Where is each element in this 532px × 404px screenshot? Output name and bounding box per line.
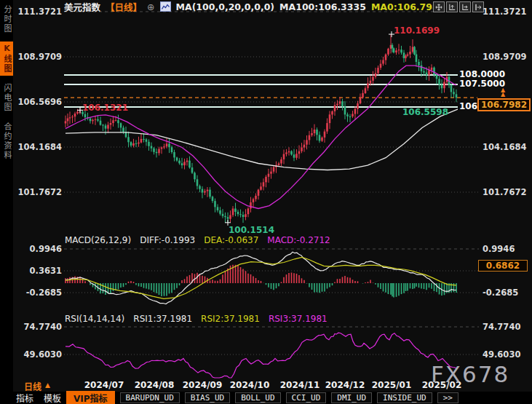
y-axis-label-left: 104.1684 xyxy=(15,142,62,152)
x-axis-label: 2025/01 xyxy=(372,380,411,390)
sidebar-item-view[interactable]: 合约资料 xyxy=(0,120,13,162)
ma-settings-label: MA(100,0,20,0,0,0) xyxy=(176,1,275,12)
x-axis-label: 2024/08 xyxy=(135,380,174,390)
current-price-value: 106.7982 xyxy=(481,100,527,110)
macd-badge-value: 0.6862 xyxy=(486,261,520,271)
more-indicators-button[interactable]: >> xyxy=(437,392,458,403)
bottom-toolbar: 指标模板 VIP指标 BARUPDN_UDBIAS_UDBOLL_UDCCI_U… xyxy=(0,392,532,404)
macd-dea-value: DEA:-0.0637 xyxy=(204,235,258,245)
y-axis-label-left: 101.7672 xyxy=(15,187,62,197)
price-annotation: 110.1699 xyxy=(394,25,440,36)
y-axis-label-left: 49.6030 xyxy=(15,349,62,360)
macd-macd-value: MACD:-0.2712 xyxy=(267,235,330,245)
add-overlay-icon[interactable]: ⊕ xyxy=(147,1,154,12)
fx678-watermark: FX678 xyxy=(431,361,509,387)
rsi-formula: RSI(14,14,14) xyxy=(65,314,124,324)
macd-value-badge: 0.6862 xyxy=(478,260,528,272)
y-axis-label-left: 111.3721 xyxy=(15,7,62,17)
y-axis-label-left: 106.5696 xyxy=(15,97,62,107)
rsi2-value: RSI2:37.1981 xyxy=(201,314,260,324)
sidebar-item-view[interactable]: 分时图 xyxy=(0,3,13,36)
y-axis-label-left: 74.7740 xyxy=(15,322,62,332)
x-axis-label: 2024/12 xyxy=(325,380,365,390)
period-selector[interactable]: 【日线】 xyxy=(106,0,142,14)
tab-指标[interactable]: 指标 xyxy=(16,392,33,404)
y-axis-label-left: 0.3631 xyxy=(15,266,62,276)
price-annotation: 106.5598 xyxy=(402,107,448,117)
price-arrow-marker: ▲▲ xyxy=(501,88,505,97)
y-axis-label-right: -0.2685 xyxy=(483,288,518,298)
rsi3-value: RSI3:37.1981 xyxy=(269,314,327,324)
y-axis-label-right: 104.1684 xyxy=(483,142,526,152)
timeframe-label[interactable]: 日线 xyxy=(24,380,41,392)
tab-模板[interactable]: 模板 xyxy=(44,392,61,404)
y-axis-label-right: 111.3721 xyxy=(483,7,526,17)
y-axis-label-left: 0.9946 xyxy=(15,244,62,254)
x-axis-label: 2024/07 xyxy=(84,380,124,390)
x-axis-label: 2024/11 xyxy=(280,380,319,390)
axis-up-tool-button[interactable] xyxy=(446,1,458,12)
current-price-badge: 106.7982 xyxy=(477,98,531,111)
crosshair-tool-button[interactable] xyxy=(433,1,445,12)
axis-right-tool-button[interactable] xyxy=(459,1,471,12)
y-axis-label-right: 49.6030 xyxy=(483,349,520,360)
tab-indicator[interactable]: INSIDE_UD xyxy=(377,392,432,403)
toolbar-left-tabs: 指标模板 xyxy=(16,392,61,404)
macd-indicator-row: MACD(26,12,9) DIFF:-0.1993 DEA:-0.0637 M… xyxy=(65,235,330,245)
left-sidebar: 分时图K线图闪电图合约资料 xyxy=(0,0,13,404)
chart-canvas xyxy=(0,0,532,404)
rsi1-value: RSI1:37.1981 xyxy=(133,314,192,324)
tab-indicator[interactable]: BIAS_UD xyxy=(185,392,230,403)
chart-tools-group xyxy=(433,1,484,12)
x-axis-label: 2024/09 xyxy=(183,380,222,390)
toolbar-indicator-tabs: BARUPDN_UDBIAS_UDBOLL_UDCCI_UDDMI_UDINSI… xyxy=(120,392,432,403)
x-axis-label: 2024/10 xyxy=(230,380,269,390)
hline-label: 108.0000 xyxy=(458,69,507,79)
y-axis-label-left: -0.2685 xyxy=(15,288,62,298)
price-annotation: 106.1321 xyxy=(82,103,128,113)
ma100-value: MA100:106.3335 xyxy=(279,1,366,12)
app-root: 分时图K线图闪电图合约资料 美元指数 【日线】 ⊕ MA(100,0,20,0,… xyxy=(0,0,532,404)
tab-indicator[interactable]: BOLL_UD xyxy=(235,392,280,403)
tab-indicator[interactable]: BARUPDN_UD xyxy=(120,392,180,403)
tab-vip-indicators[interactable]: VIP指标 xyxy=(66,391,115,404)
sidebar-item-view[interactable]: 闪电图 xyxy=(0,82,13,114)
macd-diff-value: DIFF:-0.1993 xyxy=(140,235,195,245)
y-axis-label-right: 101.7672 xyxy=(483,187,526,197)
rsi-indicator-row: RSI(14,14,14) RSI1:37.1981 RSI2:37.1981 … xyxy=(65,314,327,324)
price-annotation: 100.1514 xyxy=(229,225,274,235)
sidebar-item-active[interactable]: K线图 xyxy=(0,41,13,76)
tab-indicator[interactable]: DMI_UD xyxy=(331,392,372,403)
y-axis-label-right: 0.9946 xyxy=(483,244,515,254)
y-axis-label-left: 108.9709 xyxy=(15,52,62,62)
line-chart-icon[interactable] xyxy=(160,1,171,12)
y-axis-label-right: 74.7740 xyxy=(483,322,520,332)
macd-formula: MACD(26,12,9) xyxy=(65,235,131,245)
chart-header: 美元指数 【日线】 ⊕ MA(100,0,20,0,0,0) MA100:106… xyxy=(64,1,445,12)
y-axis-label-right: 108.9709 xyxy=(483,52,526,62)
symbol-name: 美元指数 xyxy=(64,0,100,14)
hline-label: 107.5000 xyxy=(458,79,507,89)
timeframe-dropdown-icon[interactable]: ▲ xyxy=(45,381,50,389)
tab-indicator[interactable]: CCI_UD xyxy=(286,392,327,403)
